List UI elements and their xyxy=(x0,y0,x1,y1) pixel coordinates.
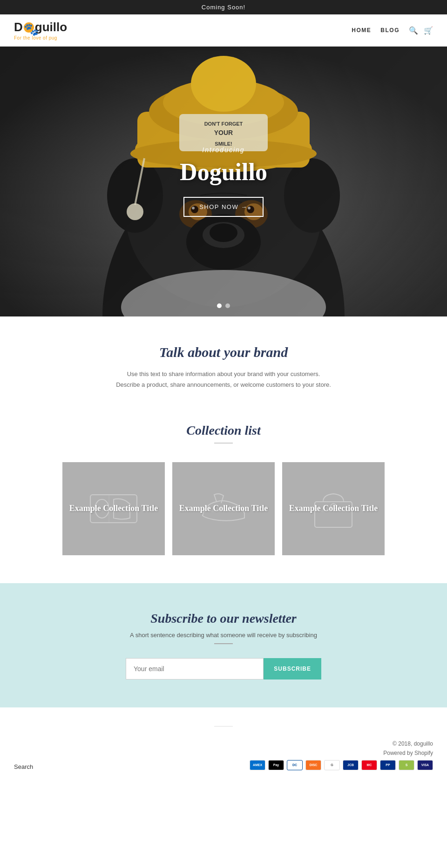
payment-visa: VISA xyxy=(417,760,433,770)
newsletter-section: Subscribe to our newsletter A short sent… xyxy=(0,583,447,707)
logo-text-d: D xyxy=(14,20,23,34)
hero-title: Doguillo xyxy=(180,158,267,186)
nav-icons: 🔍 🛒 xyxy=(409,26,433,35)
payment-jcb: JCB xyxy=(343,760,359,770)
newsletter-subtitle: A short sentence describing what someone… xyxy=(14,632,433,639)
svg-point-22 xyxy=(210,223,237,242)
brand-text-line1: Use this text to share information about… xyxy=(127,370,320,377)
main-nav: HOME BLOG 🔍 🛒 xyxy=(352,26,433,35)
svg-point-28 xyxy=(127,203,143,220)
payment-google-pay: G xyxy=(324,760,340,770)
logo-pug-icon: 🐾 xyxy=(24,22,34,33)
site-footer: Search © 2018, doguillo Powered by Shopi… xyxy=(0,707,447,780)
site-header: D 🐾 guillo For the love of pug HOME BLOG… xyxy=(0,14,447,47)
footer-right: © 2018, doguillo Powered by Shopify AMEX… xyxy=(250,740,433,770)
payment-diners: DC xyxy=(287,760,303,770)
brand-text-line2: Describe a product, share announcements,… xyxy=(116,381,331,388)
svg-text:DON'T FORGET: DON'T FORGET xyxy=(204,121,243,127)
collection-card-3-label: Example Collection Title xyxy=(284,498,382,518)
cart-icon[interactable]: 🛒 xyxy=(424,26,433,35)
hero-shop-now-button[interactable]: SHOP NOW → xyxy=(183,197,264,217)
brand-title: Talk about your brand xyxy=(14,344,433,360)
collection-card-1[interactable]: Example Collection Title xyxy=(62,462,165,555)
payment-paypal: PP xyxy=(380,760,396,770)
footer-copyright: © 2018, doguillo xyxy=(250,740,433,747)
svg-point-4 xyxy=(107,158,163,233)
collection-section: Collection list Example Collection Title… xyxy=(0,409,447,583)
newsletter-form: SUBSCRIBE xyxy=(126,658,321,680)
hero-dots xyxy=(217,303,230,308)
nav-blog[interactable]: BLOG xyxy=(380,27,400,34)
payment-shopify: S xyxy=(399,760,414,770)
newsletter-email-input[interactable] xyxy=(126,658,264,680)
brand-section: Talk about your brand Use this text to s… xyxy=(0,316,447,409)
hero-introducing-text: Introducing xyxy=(180,146,267,154)
search-icon[interactable]: 🔍 xyxy=(409,26,418,35)
payment-amex: AMEX xyxy=(250,760,265,770)
footer-divider xyxy=(214,726,233,727)
brand-description: Use this text to share information about… xyxy=(107,369,340,390)
hero-content: Introducing Doguillo SHOP NOW → xyxy=(180,146,267,217)
svg-point-11 xyxy=(191,56,256,112)
footer-bottom: Search © 2018, doguillo Powered by Shopi… xyxy=(14,740,433,770)
footer-powered: Powered by Shopify xyxy=(250,750,433,756)
collection-card-2-label: Example Collection Title xyxy=(175,498,272,518)
newsletter-title: Subscribe to our newsletter xyxy=(14,611,433,626)
newsletter-divider xyxy=(214,643,233,644)
svg-text:YOUR: YOUR xyxy=(214,129,233,136)
hero-dot-1[interactable] xyxy=(217,303,222,308)
hero-dot-2[interactable] xyxy=(225,303,230,308)
announcement-text: Coming Soon! xyxy=(202,4,245,11)
svg-point-5 xyxy=(284,158,340,233)
collection-grid: Example Collection Title Example Collect… xyxy=(14,462,433,555)
collection-card-3[interactable]: Example Collection Title xyxy=(282,462,385,555)
payment-discover: DISC xyxy=(305,760,321,770)
collection-list-title: Collection list xyxy=(14,423,433,438)
collection-divider xyxy=(214,443,233,444)
collection-card-1-label: Example Collection Title xyxy=(65,498,163,518)
announcement-bar: Coming Soon! xyxy=(0,0,447,14)
payment-mastercard: MC xyxy=(361,760,377,770)
logo-area: D 🐾 guillo For the love of pug xyxy=(14,20,67,40)
logo[interactable]: D 🐾 guillo xyxy=(14,20,67,34)
logo-text-rest: guillo xyxy=(35,20,67,34)
nav-home[interactable]: HOME xyxy=(352,27,371,34)
footer-search-link[interactable]: Search xyxy=(14,763,33,770)
payment-icons: AMEX Pay DC DISC G JCB MC PP S VISA xyxy=(250,760,433,770)
collection-card-2[interactable]: Example Collection Title xyxy=(172,462,275,555)
newsletter-subscribe-button[interactable]: SUBSCRIBE xyxy=(264,658,321,680)
payment-apple-pay: Pay xyxy=(268,760,284,770)
hero-section: DON'T FORGET YOUR SMILE! Introducing Dog… xyxy=(0,47,447,316)
